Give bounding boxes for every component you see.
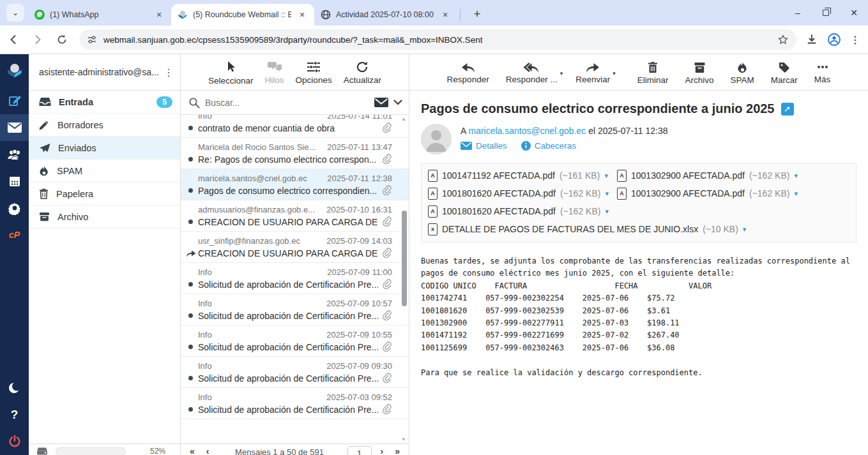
message-row[interactable]: Info2025-07-09 10:55 Solicitud de aproba… [181,325,409,357]
attachment-item[interactable]: A 1001471192 AFECTADA.pdf (~161 KB) ▾ [428,167,617,184]
last-page-button[interactable]: » [392,446,402,455]
row-sender: Info [198,299,321,308]
archive-button[interactable]: Archivo [680,61,719,85]
account-menu-icon[interactable]: ⋮ [161,66,176,78]
message-row[interactable]: Info2025-07-14 11:01 contrato de menor c… [181,115,409,138]
rail-calendar-button[interactable] [0,168,29,195]
reload-button[interactable] [51,29,73,50]
refresh-label: Actualizar [344,75,381,85]
inbox-icon [39,97,51,107]
forward-button[interactable]: Reenviar [570,61,615,84]
attachment-item[interactable]: A 1001302900 AFECTADA.pdf (~162 KB) ▾ [617,184,806,202]
tab-roundcube[interactable]: (5) Roundcube Webmail :: Envia ✕ [171,4,314,26]
rail-mail-button[interactable] [0,114,29,141]
help-icon[interactable]: ? [0,401,29,428]
rail-settings-button[interactable] [0,195,29,221]
message-row[interactable]: Info2025-07-03 09:52 Solicitud de aproba… [181,388,409,419]
close-icon[interactable]: ✕ [153,9,165,20]
next-page-button[interactable]: › [378,446,386,455]
folder-entrada[interactable]: Entrada 5 [29,91,180,114]
search-options-chevron-icon[interactable] [393,100,402,105]
site-settings-icon[interactable] [87,34,97,45]
attachment-item[interactable]: A 1001801620 AFECTADA.pdf (~162 KB) ▾ [428,202,617,220]
cpanel-icon[interactable]: cP [0,221,29,248]
message-row-selected[interactable]: maricela.santos@cnel.gob.ec2025-07-11 12… [181,169,409,200]
scrollbar-thumb[interactable] [402,211,407,306]
message-row[interactable]: Maricela del Rocio Santos Sie...2025-07-… [181,138,409,169]
browser-menu-icon[interactable]: ⋮ [850,34,860,46]
new-tab-button[interactable]: + [468,5,486,23]
downloads-icon[interactable] [805,33,818,46]
folder-enviados[interactable]: Enviados [29,137,180,160]
close-icon[interactable]: ✕ [296,9,308,20]
forward-caret-icon[interactable]: ▾ [613,70,616,77]
reply-button[interactable]: Responder [442,61,494,84]
dark-mode-icon[interactable] [0,375,29,401]
reply-all-caret-icon[interactable]: ▾ [560,70,563,77]
app-rail: cP ? [0,54,29,455]
recipient-email-link[interactable]: maricela.santos@cnel.gob.ec [468,126,586,136]
pencil-icon [39,119,50,130]
tab-title: Actividad 2025-07-10 08:00:00 [336,10,434,19]
message-row[interactable]: Info2025-07-09 09:30 Solicitud de aproba… [181,357,409,388]
threads-button[interactable]: Hilos [261,61,289,85]
scroll-up-icon[interactable]: ▲ [401,116,406,122]
more-button[interactable]: Más [809,61,836,84]
minimize-button[interactable]: – [784,0,812,26]
profile-avatar-icon[interactable] [827,33,841,47]
attachment-menu-icon[interactable]: ▾ [604,172,608,180]
close-icon[interactable]: ✕ [439,9,451,20]
folder-archivo[interactable]: Archivo [29,205,180,228]
options-label: Opciones [296,75,332,85]
tab-actividad[interactable]: Actividad 2025-07-10 08:00:00 ✕ [314,4,457,26]
tab-search-button[interactable]: ⌄ [6,4,24,22]
spam-button[interactable]: SPAM [726,61,759,85]
attachment-menu-icon[interactable]: ▾ [794,190,798,198]
bookmark-star-icon[interactable] [777,34,789,45]
tab-whatsapp[interactable]: (1) WhatsApp ✕ [28,4,171,26]
unread-dot-icon [188,407,193,412]
message-row[interactable]: admusuarios@finanzas.gob.e...2025-07-10 … [181,200,409,232]
refresh-button[interactable]: Actualizar [339,61,386,85]
prev-page-button[interactable]: ‹ [204,446,212,455]
attachment-item[interactable]: A 1001801620 AFECTADA.pdf (~162 KB) ▾ [428,184,617,202]
search-input[interactable] [205,98,369,108]
search-scope-icon[interactable] [374,98,388,107]
folder-borradores[interactable]: Borradores [29,114,180,137]
restore-button[interactable] [812,0,840,26]
message-row[interactable]: Info2025-07-09 11:00 Solicitud de aproba… [181,263,409,294]
folder-papelera[interactable]: Papelera [29,183,180,205]
headers-toggle[interactable]: Cabeceras [521,141,576,151]
attachment-item[interactable]: x DETALLE DE PAGOS DE FACTURAS DEL MES D… [428,220,751,238]
delete-button[interactable]: Eliminar [632,61,674,85]
browser-toolbar: webmail.sanjuan.gob.ec/cpsess1535909589/… [0,26,868,54]
attachment-menu-icon[interactable]: ▾ [794,172,798,180]
logout-icon[interactable] [0,428,29,455]
address-bar[interactable]: webmail.sanjuan.gob.ec/cpsess1535909589/… [79,29,796,50]
close-window-button[interactable]: ✕ [840,0,868,26]
select-button[interactable]: Seleccionar [204,60,258,86]
forward-button[interactable] [27,29,49,50]
list-scrollbar[interactable]: ▲ ▼ [400,115,408,444]
details-toggle[interactable]: Detalles [461,141,507,151]
message-row[interactable]: Info2025-07-09 10:57 Solicitud de aproba… [181,294,409,325]
back-button[interactable] [3,29,24,50]
reply-all-button[interactable]: Responder ... [501,61,563,84]
rail-contacts-button[interactable] [0,141,29,168]
folder-spam[interactable]: SPAM [29,160,180,183]
message-row[interactable]: usr_sinfip@finanzas.gob.ec2025-07-09 14:… [181,232,409,263]
attachment-menu-icon[interactable]: ▾ [605,207,609,216]
attachment-item[interactable]: A 1001302900 AFECTADA.pdf (~162 KB) ▾ [617,167,806,184]
attachment-menu-icon[interactable]: ▾ [605,190,609,198]
url-text[interactable]: webmail.sanjuan.gob.ec/cpsess1535909589/… [103,35,771,45]
mark-button[interactable]: Marcar [766,61,803,85]
open-in-new-window-icon[interactable]: ➚ [781,103,794,116]
options-button[interactable]: Opciones [291,61,337,85]
attachment-menu-icon[interactable]: ▾ [743,225,747,234]
scroll-down-icon[interactable]: ▼ [401,436,406,442]
compose-button[interactable] [0,87,29,114]
list-toolbar: Seleccionar Hilos Opciones Actualizar [181,54,409,91]
page-number-input[interactable] [347,446,372,455]
search-icon [188,97,200,108]
first-page-button[interactable]: « [187,446,197,455]
